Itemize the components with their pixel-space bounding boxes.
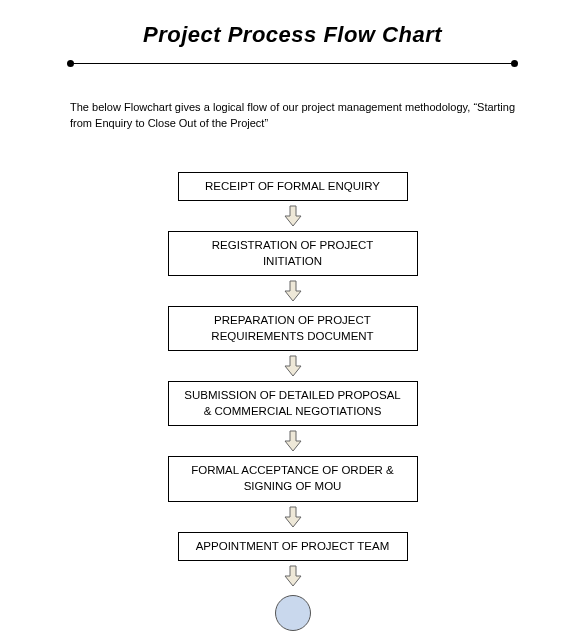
step-box: REGISTRATION OF PROJECT INITIATION xyxy=(168,231,418,276)
flowchart: RECEIPT OF FORMAL ENQUIRY REGISTRATION O… xyxy=(0,172,585,631)
terminal-circle xyxy=(275,595,311,631)
step-box: FORMAL ACCEPTANCE OF ORDER & SIGNING OF … xyxy=(168,456,418,501)
down-arrow-icon xyxy=(283,565,303,587)
down-arrow-icon xyxy=(283,280,303,302)
intro-paragraph: The below Flowchart gives a logical flow… xyxy=(70,100,515,132)
rule-line xyxy=(70,63,515,64)
title-rule xyxy=(70,60,515,68)
title-container: Project Process Flow Chart xyxy=(0,0,585,48)
step-box: RECEIPT OF FORMAL ENQUIRY xyxy=(178,172,408,202)
step-box: PREPARATION OF PROJECT REQUIREMENTS DOCU… xyxy=(168,306,418,351)
down-arrow-icon xyxy=(283,355,303,377)
down-arrow-icon xyxy=(283,430,303,452)
step-box: APPOINTMENT OF PROJECT TEAM xyxy=(178,532,408,562)
down-arrow-icon xyxy=(283,506,303,528)
down-arrow-icon xyxy=(283,205,303,227)
rule-dot-right xyxy=(511,60,518,67)
page-title: Project Process Flow Chart xyxy=(0,22,585,48)
step-box: SUBMISSION OF DETAILED PROPOSAL & COMMER… xyxy=(168,381,418,426)
